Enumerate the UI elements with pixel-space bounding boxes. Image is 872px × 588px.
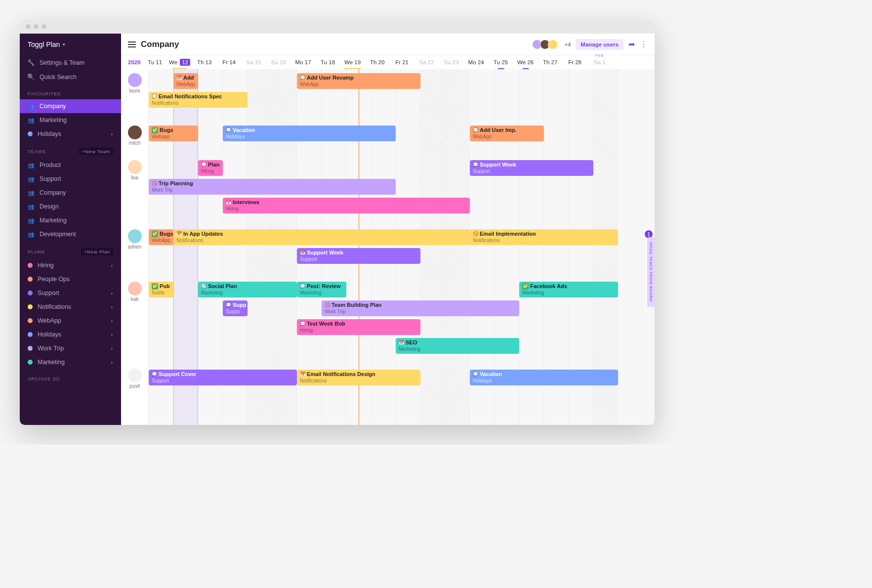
sidebar-item-support[interactable]: Support▸ <box>20 286 121 300</box>
menu-icon[interactable] <box>128 42 136 47</box>
task-bar[interactable]: 📅SEOMarketing <box>396 338 519 354</box>
day-header[interactable]: Fr 21 <box>390 59 415 65</box>
day-header[interactable]: Th 20 <box>365 59 390 65</box>
task-bar[interactable]: 💬VacationHolidays <box>223 126 396 141</box>
person-row[interactable]: adrien <box>121 225 148 278</box>
task-bar[interactable]: ✅Facebook AdsMarketing <box>519 282 618 297</box>
task-bar[interactable]: 💬VacationHolidays <box>470 370 618 385</box>
person-avatar <box>128 369 142 382</box>
sidebar-item-work-trip[interactable]: Work Trip▸ <box>20 341 121 355</box>
day-header[interactable]: We 26❄ <box>513 59 538 65</box>
manage-users-button[interactable]: Manage users <box>576 39 623 50</box>
task-title: Add User Imp. <box>480 127 517 133</box>
day-header[interactable]: Th 27 <box>538 59 563 65</box>
task-bar[interactable]: 📅In App UpdatesNotifications <box>173 229 470 245</box>
quick-search-link[interactable]: 🔍 Quick Search <box>20 70 121 84</box>
sidebar-item-development[interactable]: 👥Development <box>20 227 121 241</box>
day-header[interactable]: Sa 1FEB <box>587 59 612 65</box>
more-members-count[interactable]: +4 <box>565 42 571 47</box>
member-avatar[interactable] <box>548 40 558 49</box>
task-title: Team Building Plan <box>332 302 381 308</box>
day-header[interactable]: Th 13 <box>192 59 217 65</box>
task-bar[interactable]: 💬Add User RevampWebApp <box>297 73 420 89</box>
sidebar-item-holidays[interactable]: Holidays▸ <box>20 328 121 341</box>
person-row[interactable]: kati <box>121 278 148 365</box>
task-bar[interactable]: 💬Support WeekSupport <box>470 160 593 176</box>
person-row[interactable]: mitch <box>121 122 148 156</box>
day-header[interactable]: Fr 14 <box>217 59 242 65</box>
day-header[interactable]: We 12Local <box>167 59 192 65</box>
task-bar[interactable]: ✅PubNotific <box>149 282 173 297</box>
task-bar[interactable]: 💬Post: ReviewMarketing <box>297 282 346 297</box>
day-header[interactable]: Tu 253 <box>489 59 513 65</box>
new-plan-button[interactable]: +New Plan <box>81 248 113 255</box>
day-header[interactable]: Tu 18 <box>316 59 340 65</box>
task-bar[interactable]: 💬Email Notifications SpecNotifications <box>149 92 248 108</box>
sidebar-item-product[interactable]: 👥Product <box>20 158 121 172</box>
task-status-icon: 💬 <box>226 127 231 133</box>
settings-label: Settings & Team <box>40 59 84 66</box>
task-bar[interactable]: 🔄Social PlanMarketing <box>198 282 297 297</box>
task-bar[interactable]: 💬Add User Imp.WebApp <box>470 126 544 141</box>
sidebar-item-marketing[interactable]: 👥Marketing <box>20 113 121 127</box>
traffic-light-min[interactable] <box>34 24 39 29</box>
task-bar[interactable]: 📅AddWebApp <box>173 73 198 89</box>
workspace-switcher[interactable]: Toggl Plan ▾ <box>20 34 121 55</box>
traffic-light-max[interactable] <box>42 24 46 29</box>
task-status-icon: 📅 <box>300 371 305 378</box>
sidebar-item-support[interactable]: 👥Support <box>20 172 121 186</box>
day-header[interactable]: Sa 22 <box>415 59 439 65</box>
task-bar[interactable]: 🚫Email ImplementationNotifications <box>470 229 618 245</box>
sidebar-item-marketing[interactable]: 👥Marketing <box>20 213 121 227</box>
day-header[interactable]: Tu 11 <box>143 59 167 65</box>
task-title: Interviews <box>233 199 259 206</box>
person-row[interactable]: jozef <box>121 365 148 399</box>
day-header[interactable]: Su 23 <box>439 59 464 65</box>
day-header[interactable]: Su 16 <box>266 59 291 65</box>
task-bar[interactable]: ✅BugsWebApp <box>149 229 173 245</box>
task-project: Notifications <box>473 237 615 244</box>
day-header[interactable]: Fr 28 <box>563 59 587 65</box>
task-title: Pub <box>160 283 170 290</box>
year-label[interactable]: 2020 <box>128 59 141 65</box>
share-icon[interactable]: ➦ <box>628 40 635 49</box>
task-title: Support Week <box>307 250 343 256</box>
sidebar-item-label: Design <box>40 203 59 210</box>
new-team-button[interactable]: +New Team <box>79 148 113 155</box>
drag-from-board-tab[interactable]: DRAG TASKS FROM BOARD <box>647 237 655 307</box>
more-menu-icon[interactable]: ⋮ <box>640 40 648 49</box>
grid-column <box>618 69 643 425</box>
task-bar[interactable]: 💬Test Week BobHiring <box>297 319 420 335</box>
sidebar-item-marketing[interactable]: Marketing▸ <box>20 355 121 369</box>
day-header[interactable]: Mo 17 <box>291 59 316 65</box>
sidebar-item-label: Work Trip <box>38 345 64 352</box>
person-row[interactable]: lisa <box>121 156 148 225</box>
task-project: Suppo <box>226 308 245 315</box>
sidebar-item-notifications[interactable]: Notifications▸ <box>20 300 121 314</box>
task-bar[interactable]: 📅InterviewsHiring <box>223 198 470 213</box>
settings-link[interactable]: 🔧 Settings & Team <box>20 55 121 70</box>
traffic-light-close[interactable] <box>26 24 31 29</box>
sidebar-item-webapp[interactable]: WebApp▸ <box>20 314 121 328</box>
day-header[interactable]: We 19Global <box>340 59 365 65</box>
sidebar-item-company[interactable]: 👥Company <box>20 99 121 113</box>
task-bar[interactable]: 🚫Trip PlanningWork Trip <box>149 179 396 195</box>
sidebar-item-hiring[interactable]: Hiring▸ <box>20 258 121 272</box>
sidebar-item-design[interactable]: 👥Design <box>20 200 121 213</box>
sidebar-item-holidays[interactable]: Holidays▸ <box>20 127 121 141</box>
person-row[interactable]: laura <box>121 69 148 122</box>
sidebar-item-people-ops[interactable]: People Ops <box>20 272 121 286</box>
task-bar[interactable]: 🚫Team Building PlanWork Trip <box>322 300 519 316</box>
task-bar[interactable]: 💬Support CoverSupport <box>149 370 297 385</box>
member-avatars[interactable] <box>534 40 558 49</box>
task-bar[interactable]: 📅Support WeekSupport <box>297 248 420 264</box>
task-bar[interactable]: 📅Email Notifications DesignNotifications <box>297 370 420 385</box>
sidebar-item-company[interactable]: 👥Company <box>20 186 121 200</box>
task-bar[interactable]: 💬SuppSuppo <box>223 300 248 316</box>
day-header[interactable]: Mo 24 <box>464 59 489 65</box>
day-header[interactable]: Sa 15 <box>242 59 266 65</box>
section-archive[interactable]: ARCHIVE (0) <box>20 369 121 384</box>
task-bar[interactable]: ✅BugsWebapp <box>149 126 198 141</box>
task-bar[interactable]: 💬PlanHiring <box>198 160 223 176</box>
task-title: In App Updates <box>183 231 223 237</box>
